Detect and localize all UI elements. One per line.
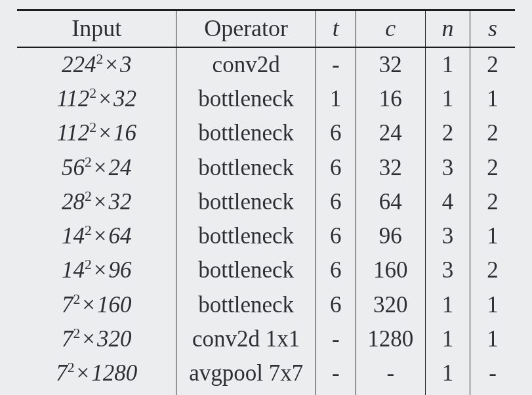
table-row: 142×64bottleneck69631 [17,219,515,253]
cell-c: 24 [356,116,425,150]
cell-operator: bottleneck [176,219,316,253]
cell-s: 2 [470,253,515,287]
cell-c: 96 [356,219,425,253]
cell-c: 160 [356,253,425,287]
cell-c: k [356,391,425,395]
cell-t: - [316,391,356,395]
col-operator: Operator [176,10,316,47]
cell-input: 2242×3 [17,47,176,82]
cell-s: 1 [470,288,515,322]
cell-t: 1 [316,82,356,116]
cell-t: - [316,47,356,82]
table-row: 72×320conv2d 1x1-128011 [17,322,515,356]
table-container: Input Operator t c n s 2242×3conv2d-3212… [0,0,532,395]
architecture-table: Input Operator t c n s 2242×3conv2d-3212… [17,9,515,395]
cell-t: 6 [316,116,356,150]
cell-operator: bottleneck [176,151,316,185]
cell-t: 6 [316,253,356,287]
table-row: 1122×32bottleneck11611 [17,82,515,116]
col-t: t [316,10,356,47]
table-body: 2242×3conv2d-32121122×32bottleneck116111… [17,47,515,395]
cell-c: - [356,356,425,390]
cell-c: 32 [356,151,425,185]
col-s: s [470,10,515,47]
cell-input: 562×24 [17,151,176,185]
cell-s: 1 [470,82,515,116]
cell-input: 142×96 [17,253,176,287]
cell-n: 3 [425,151,470,185]
cell-input: 72×1280 [17,356,176,390]
cell-s: 2 [470,151,515,185]
cell-operator: bottleneck [176,116,316,150]
cell-operator: conv2d 1x1 [176,391,316,395]
cell-s: 1 [470,219,515,253]
cell-t: - [316,322,356,356]
cell-s: 2 [470,185,515,219]
col-c: c [356,10,425,47]
table-row: 1 × 1 × 1280conv2d 1x1-k- [17,391,515,395]
cell-t: 6 [316,219,356,253]
cell-t: - [316,356,356,390]
cell-s: 2 [470,47,515,82]
cell-c: 32 [356,47,425,82]
col-input: Input [17,10,176,47]
cell-operator: bottleneck [176,288,316,322]
cell-c: 16 [356,82,425,116]
table-row: 1122×16bottleneck62422 [17,116,515,150]
cell-n: 1 [425,288,470,322]
table-header-row: Input Operator t c n s [17,10,515,47]
cell-input: 72×160 [17,288,176,322]
cell-c: 64 [356,185,425,219]
cell-n: 2 [425,116,470,150]
table-row: 142×96bottleneck616032 [17,253,515,287]
cell-input: 1122×16 [17,116,176,150]
cell-input: 282×32 [17,185,176,219]
cell-n: 4 [425,185,470,219]
cell-operator: conv2d [176,47,316,82]
cell-operator: bottleneck [176,82,316,116]
col-n: n [425,10,470,47]
cell-t: 6 [316,185,356,219]
cell-operator: conv2d 1x1 [176,322,316,356]
cell-input: 1122×32 [17,82,176,116]
cell-n: - [425,391,470,395]
cell-operator: bottleneck [176,185,316,219]
cell-n: 1 [425,356,470,390]
cell-input: 1 × 1 × 1280 [17,391,176,395]
cell-operator: avgpool 7x7 [176,356,316,390]
table-row: 2242×3conv2d-3212 [17,47,515,82]
cell-c: 320 [356,288,425,322]
cell-input: 72×320 [17,322,176,356]
cell-c: 1280 [356,322,425,356]
cell-s: 2 [470,116,515,150]
cell-t: 6 [316,288,356,322]
cell-s: 1 [470,322,515,356]
cell-operator: bottleneck [176,253,316,287]
table-row: 72×1280avgpool 7x7--1- [17,356,515,390]
table-row: 562×24bottleneck63232 [17,151,515,185]
cell-n: 1 [425,47,470,82]
table-row: 282×32bottleneck66442 [17,185,515,219]
cell-t: 6 [316,151,356,185]
cell-input: 142×64 [17,219,176,253]
cell-n: 3 [425,219,470,253]
table-row: 72×160bottleneck632011 [17,288,515,322]
cell-s: - [470,356,515,390]
cell-n: 1 [425,322,470,356]
cell-s [470,391,515,395]
cell-n: 1 [425,82,470,116]
cell-n: 3 [425,253,470,287]
